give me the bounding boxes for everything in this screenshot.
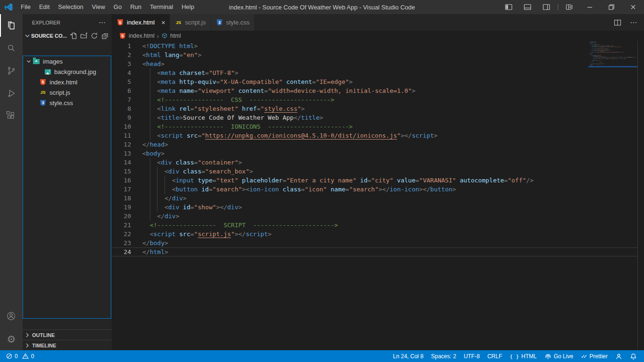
menu-selection[interactable]: Selection (54, 0, 87, 14)
code-line-14[interactable]: 14 <div class="container"> (112, 158, 644, 167)
timeline-panel-header[interactable]: TIMELINE (23, 340, 112, 350)
minimap[interactable]: 1<!DOCTYPE html>2<html lang="en">3<head>… (588, 41, 637, 107)
outline-panel-header[interactable]: OUTLINE (23, 329, 112, 340)
code-line-24[interactable]: 24</html> (112, 247, 637, 256)
menu-view[interactable]: View (88, 0, 109, 14)
tab-index.html[interactable]: 5index.html× (112, 14, 170, 31)
breadcrumb-symbol[interactable]: html (170, 33, 181, 39)
line-number: 4 (112, 68, 131, 77)
editor-group: 5index.html×JSscript.js3style.css⋯ 5 ind… (112, 14, 644, 350)
code-line-11[interactable]: 11 <script src="https://unpkg.com/ionico… (112, 131, 644, 140)
menu-help[interactable]: Help (177, 0, 198, 14)
toggle-secondary-sidebar-icon[interactable] (537, 0, 556, 14)
status-indentation[interactable]: Spaces: 2 (429, 350, 457, 362)
menu-terminal[interactable]: Terminal (146, 0, 177, 14)
tree-item-background.jpg[interactable]: background.jpg (23, 66, 111, 77)
line-number: 5 (112, 77, 131, 86)
code-line-10[interactable]: 10 <!---------------- IONICONS ---------… (112, 122, 644, 131)
code-line-8[interactable]: 8 <link rel="stylesheet" href="style.css… (112, 104, 644, 113)
line-number: 2 (112, 50, 131, 59)
more-actions-icon[interactable]: ⋯ (628, 18, 639, 27)
tree-item-script.js[interactable]: JSscript.js (23, 87, 111, 98)
code-line-4[interactable]: 4 <meta charset="UTF-8"> (112, 68, 644, 77)
status-feedback[interactable] (614, 350, 624, 362)
status-notifications[interactable] (628, 350, 638, 362)
line-number: 22 (112, 230, 131, 239)
status-encoding[interactable]: UTF-8 (462, 350, 481, 362)
activity-accounts[interactable] (0, 305, 23, 328)
code-line-19[interactable]: 19 <div id="show"></div> (112, 203, 644, 212)
code-line-7[interactable]: 7 <!---------------- CSS ---------------… (112, 95, 644, 104)
breadcrumb-file[interactable]: index.html (129, 33, 155, 39)
tab-bar: 5index.html×JSscript.js3style.css⋯ (112, 14, 644, 31)
collapse-folders-icon[interactable] (100, 32, 109, 41)
status-language-mode[interactable]: { }HTML (508, 350, 538, 362)
activity-explorer[interactable] (0, 14, 23, 37)
explorer-sidebar: EXPLORER ⋯ SOURCE CO... imagesbackground… (23, 14, 112, 350)
code-line-6[interactable]: 6 <meta name="viewport" content="width=d… (112, 86, 644, 95)
new-folder-icon[interactable] (79, 32, 88, 41)
status-go-live[interactable]: Go Live (543, 350, 575, 362)
code-editor[interactable]: 1<!DOCTYPE html>2<html lang="en">3<head>… (112, 41, 644, 350)
code-line-1[interactable]: 1<!DOCTYPE html> (112, 41, 644, 50)
code-line-9[interactable]: 9 <title>Source Code Of Weather Web App<… (112, 113, 644, 122)
problems-status[interactable]: 0 0 (5, 350, 35, 362)
line-number: 6 (112, 86, 131, 95)
status-label: CRLF (487, 353, 502, 360)
explorer-more-actions-icon[interactable]: ⋯ (97, 18, 108, 27)
activity-run-and-debug[interactable] (0, 82, 23, 105)
status-bar: 0 0 Ln 24, Col 8Spaces: 2UTF-8CRLF{ }HTM… (0, 350, 644, 362)
code-line-17[interactable]: 17 <button id="search"><ion-icon class="… (112, 185, 644, 194)
code-line-22[interactable]: 22 <script src="script.js"></script> (112, 230, 644, 239)
line-number: 19 (112, 203, 131, 212)
tree-item-images[interactable]: images (23, 56, 111, 66)
tab-script.js[interactable]: JSscript.js (170, 14, 211, 31)
activity-source-control[interactable] (0, 59, 23, 82)
code-line-23[interactable]: 23</body> (112, 239, 644, 247)
explorer-title: EXPLORER (32, 20, 60, 25)
editor-scrollbar[interactable] (637, 41, 644, 350)
status-eol[interactable]: CRLF (486, 350, 504, 362)
activity-search[interactable] (0, 37, 23, 59)
tree-item-label: index.html (50, 79, 77, 86)
tree-item-label: images (43, 58, 63, 65)
code-line-12[interactable]: 12</head> (112, 140, 644, 149)
close-icon[interactable] (622, 0, 644, 14)
code-line-16[interactable]: 16 <input type="text" placeholder="Enter… (112, 176, 644, 185)
chevron-down-icon (24, 32, 31, 40)
new-file-icon[interactable] (69, 32, 78, 41)
code-line-5[interactable]: 5 <meta http-equiv="X-UA-Compatible" con… (112, 77, 644, 86)
folder-section-header[interactable]: SOURCE CO... (23, 31, 112, 41)
source-control-icon (6, 65, 17, 76)
close-tab-icon[interactable]: × (161, 19, 165, 26)
activity-settings[interactable]: ⚙ (0, 328, 23, 350)
code-line-18[interactable]: 18 </div> (112, 194, 644, 203)
tree-item-style.css[interactable]: 3style.css (23, 98, 111, 108)
menu-run[interactable]: Run (126, 0, 146, 14)
toggle-sidebar-icon[interactable] (499, 0, 518, 14)
status-label: UTF-8 (464, 353, 480, 360)
menu-file[interactable]: File (17, 0, 35, 14)
menu-edit[interactable]: Edit (35, 0, 54, 14)
breadcrumb[interactable]: 5 index.html › html (112, 31, 644, 41)
minimize-icon[interactable] (579, 0, 601, 14)
status-prettier[interactable]: ✓✓Prettier (579, 350, 609, 362)
code-line-13[interactable]: 13<body> (112, 149, 644, 158)
toggle-panel-icon[interactable] (518, 0, 537, 14)
activity-extensions[interactable] (0, 105, 23, 127)
code-line-15[interactable]: 15 <div class="search_box"> (112, 167, 644, 176)
line-number: 16 (112, 176, 131, 185)
tab-style.css[interactable]: 3style.css (211, 14, 255, 31)
status-cursor-position[interactable]: Ln 24, Col 8 (392, 350, 425, 362)
customize-layout-icon[interactable] (560, 0, 579, 14)
restore-icon[interactable] (601, 0, 622, 14)
code-line-3[interactable]: 3<head> (112, 59, 644, 68)
code-line-20[interactable]: 20 </div> (112, 212, 644, 221)
refresh-explorer-icon[interactable] (90, 32, 99, 41)
tree-item-index.html[interactable]: 5index.html (23, 77, 111, 87)
split-editor-icon[interactable] (614, 19, 621, 26)
code-line-21[interactable]: 21 <!---------------- SCRIPT -----------… (112, 221, 644, 230)
line-number: 1 (112, 41, 131, 50)
code-line-2[interactable]: 2<html lang="en"> (112, 50, 644, 59)
menu-go[interactable]: Go (109, 0, 126, 14)
